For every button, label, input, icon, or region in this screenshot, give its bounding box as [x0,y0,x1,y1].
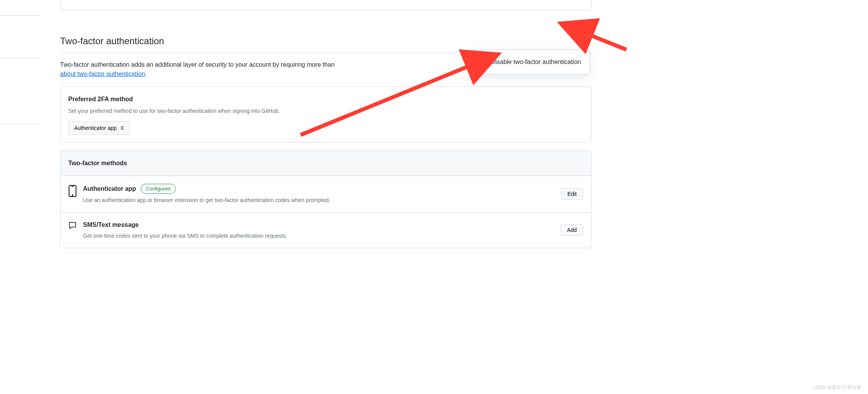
preferred-method-value: Authenticator app [74,125,117,131]
methods-header: Two-factor methods [61,151,591,176]
svg-marker-5 [121,128,124,130]
kebab-menu-button[interactable] [578,38,591,44]
method-body: SMS/Text message Get one-time codes sent… [83,220,554,240]
previous-card-partial [60,0,591,11]
sort-icon [121,126,124,130]
intro-end: . [145,71,147,77]
disable-2fa-label: Disable two-factor authentication [491,57,581,67]
kebab-dropdown-menu: ✕ Disable two-factor authentication [471,50,590,74]
intro-text: Two-factor authentication adds an additi… [60,61,335,68]
x-icon: ✕ [480,56,486,68]
device-mobile-icon [68,185,77,195]
preferred-subtitle: Set your preferred method to use for two… [68,107,583,115]
edit-button[interactable]: Edit [561,188,583,200]
method-row-sms: SMS/Text message Get one-time codes sent… [61,213,591,248]
method-description: Use an authentication app or browser ext… [83,196,555,204]
nav-item[interactable] [0,47,41,58]
disable-2fa-menu-item[interactable]: ✕ Disable two-factor authentication [474,52,587,72]
preferred-title: Preferred 2FA method [68,95,583,104]
section-header: Two-factor authentication ✕ Disable two-… [60,34,591,53]
kebab-icon [582,41,588,42]
methods-header-title: Two-factor methods [68,159,583,168]
method-title: SMS/Text message [83,220,139,230]
method-title: Authenticator app [83,184,136,194]
preferred-2fa-card: Preferred 2FA method Set your preferred … [60,86,591,143]
section-title: Two-factor authentication [60,34,164,48]
svg-line-1 [586,33,626,50]
left-navigation [0,0,41,248]
method-description: Get one-time codes sent to your phone vi… [83,232,554,240]
nav-item[interactable] [0,112,41,124]
configured-badge: Configured [141,184,176,194]
nav-item[interactable] [0,4,41,16]
svg-marker-4 [121,126,124,128]
preferred-method-select[interactable]: Authenticator app [68,121,130,135]
two-factor-methods-card: Two-factor methods Authenticator app Con… [60,150,591,248]
svg-point-8 [72,195,73,195]
add-button[interactable]: Add [560,224,583,236]
learn-more-link[interactable]: about two-factor authentication [60,71,145,77]
comment-icon [68,221,77,232]
method-row-authenticator: Authenticator app Configured Use an auth… [61,176,591,213]
method-body: Authenticator app Configured Use an auth… [83,184,555,204]
main-content: Two-factor authentication ✕ Disable two-… [41,0,607,248]
